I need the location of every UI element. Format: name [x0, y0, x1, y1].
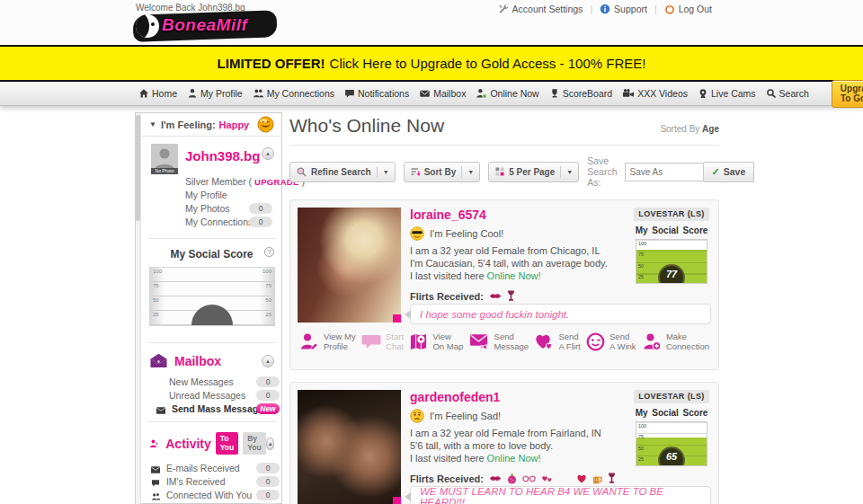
- nav-label: My Connections: [267, 88, 334, 99]
- check-icon: ✓: [712, 166, 720, 178]
- online-now-link[interactable]: Online Now!: [487, 270, 541, 281]
- score-value: 77: [658, 264, 685, 284]
- save-button[interactable]: ✓ Save: [704, 162, 755, 182]
- membership-label: Silver Member (: [185, 176, 252, 187]
- profile-card: loraine_6574 I'm Feeling Cool! I am a 32…: [289, 199, 719, 370]
- toggle-to-you[interactable]: To You: [216, 432, 238, 455]
- count-badge: 0: [256, 390, 280, 401]
- avatar-caption: No Photo: [156, 168, 174, 173]
- nav-xxx-videos[interactable]: XXX Videos: [622, 88, 688, 99]
- count-badge: 0: [256, 490, 280, 500]
- nav-search[interactable]: Search: [766, 88, 809, 99]
- send-mass-message[interactable]: Send Mass Message New: [156, 402, 281, 416]
- upgrade-to-gold-button[interactable]: Upgrade To Gold!: [832, 80, 863, 108]
- wine-glass-icon: [507, 290, 515, 302]
- card-username[interactable]: loraine_6574: [410, 208, 628, 222]
- count-badge: 0: [249, 217, 272, 227]
- nav-label: Live Cams: [711, 88, 756, 99]
- lips-icon: [489, 474, 502, 482]
- card-username[interactable]: gardenofeden1: [410, 390, 628, 404]
- per-page-button[interactable]: 5 Per Page▼: [488, 162, 579, 182]
- home-icon: [138, 88, 149, 99]
- sorted-value: Age: [702, 124, 719, 134]
- count-badge: 0: [256, 376, 280, 387]
- sidebar-scrollbar[interactable]: [136, 113, 141, 504]
- dropdown-icon: ▼: [383, 169, 389, 175]
- nav-my-profile[interactable]: My Profile: [187, 88, 243, 99]
- dropdown-icon: ▼: [566, 169, 573, 175]
- activity-connected-with-you[interactable]: Connected With You0: [151, 489, 281, 502]
- chat-bubble-icon: [361, 332, 381, 350]
- online-now-link[interactable]: Online Now!: [487, 453, 541, 464]
- sort-icon: [410, 166, 421, 177]
- avatar[interactable]: No Photo: [151, 144, 178, 174]
- people-icon: [253, 88, 264, 99]
- sidebar-username[interactable]: John398.bg: [185, 143, 274, 170]
- send-message-button[interactable]: SendMessage: [469, 332, 529, 351]
- send-a-wink-button[interactable]: SendA Wink: [586, 332, 636, 351]
- top-links: Account Settings | Support | Log Out: [498, 4, 712, 14]
- trophy-icon: [549, 88, 560, 99]
- flirts-received: Flirts Received:: [410, 290, 628, 302]
- mailbox-new-messages[interactable]: New Messages0: [169, 376, 281, 389]
- nav-live-cams[interactable]: Live Cams: [698, 88, 756, 99]
- sidebar-item-my-profile[interactable]: My Profile: [185, 189, 274, 202]
- feeling-selector[interactable]: ▼ I'm Feeling: Happy: [142, 113, 281, 137]
- photo-corner-marker: [393, 314, 401, 323]
- sidebar-item-my-connections[interactable]: My Connections0: [185, 216, 274, 229]
- logout-link[interactable]: Log Out: [664, 4, 712, 14]
- dropdown-icon: ▼: [467, 169, 474, 175]
- nav-my-connections[interactable]: My Connections: [253, 88, 334, 99]
- profile-photo[interactable]: [298, 390, 401, 504]
- help-icon[interactable]: ?: [264, 247, 274, 257]
- send-a-flirt-button[interactable]: SendA Flirt: [534, 332, 580, 351]
- start-chat-button[interactable]: StartChat: [361, 332, 404, 351]
- view-on-map-button[interactable]: ViewOn Map: [409, 332, 463, 351]
- toggle-by-you[interactable]: By You: [243, 432, 266, 455]
- banner-link-text: Click Here to Upgrade to Gold Access - 1…: [330, 56, 646, 71]
- save-search-input[interactable]: [625, 163, 704, 181]
- card-description-2: 5'6 tall, with a more to love body.: [410, 439, 628, 452]
- view-my-profile-button[interactable]: View MyProfile: [299, 332, 356, 351]
- collapse-activity-button[interactable]: ▲: [266, 438, 274, 450]
- berry-icon: [507, 473, 517, 484]
- nav-online-now[interactable]: Online Now: [476, 88, 538, 99]
- profile-photo[interactable]: [298, 208, 401, 323]
- activity-header: Activity To You By You ▲: [142, 425, 281, 460]
- person-online-icon: [476, 88, 487, 99]
- profile-edit-icon: [299, 332, 319, 351]
- nav-notifications[interactable]: Notifications: [344, 88, 409, 99]
- make-connection-button[interactable]: MakeConnection: [642, 332, 709, 351]
- person-icon: [187, 88, 198, 99]
- webcam-icon: [698, 88, 708, 99]
- sort-by-button[interactable]: Sort By▼: [404, 162, 481, 182]
- tools-icon: [498, 4, 509, 14]
- nav-label: Search: [779, 88, 809, 99]
- membership-row[interactable]: Silver Member ( UPGRADE ): [185, 175, 274, 189]
- activity-ims-received[interactable]: IM's Received0: [151, 475, 281, 489]
- nav-home[interactable]: Home: [138, 88, 177, 99]
- account-settings-link[interactable]: Account Settings: [498, 4, 583, 14]
- mailbox-unread-messages[interactable]: Unread Messages0: [169, 389, 281, 402]
- refine-search-button[interactable]: Refine Search▼: [289, 162, 396, 182]
- collapse-mailbox-button[interactable]: ▲: [262, 355, 274, 367]
- sidebar-item-my-photos[interactable]: My Photos0: [185, 202, 274, 216]
- social-score-title: My Social Score: [149, 248, 274, 261]
- mailbox-title[interactable]: Mailbox: [174, 354, 221, 368]
- site-logo[interactable]: BoneaMilf: [133, 13, 286, 41]
- activity-title[interactable]: Activity: [165, 437, 211, 451]
- collapse-icon: ▲: [265, 151, 271, 156]
- scrollbar-thumb[interactable]: [136, 115, 140, 221]
- nav-mailbox[interactable]: Mailbox: [419, 88, 466, 99]
- count-badge: 0: [256, 476, 280, 487]
- add-person-icon: [642, 332, 662, 351]
- collapse-profile-button[interactable]: ▲: [262, 147, 274, 160]
- power-icon: [664, 4, 675, 14]
- card-score-gauge: 100 75 50 25 77: [636, 239, 707, 284]
- feeling-label: I'm Feeling:: [161, 119, 216, 130]
- support-link[interactable]: Support: [600, 4, 647, 14]
- card-description-1: I am a 32 year old Female from Chicago, …: [410, 244, 628, 257]
- activity-emails-received[interactable]: E-mails Received0: [151, 462, 281, 475]
- nav-scoreboard[interactable]: ScoreBoard: [549, 88, 612, 99]
- limited-offer-banner[interactable]: LIMITED OFFER! Click Here to Upgrade to …: [0, 45, 863, 82]
